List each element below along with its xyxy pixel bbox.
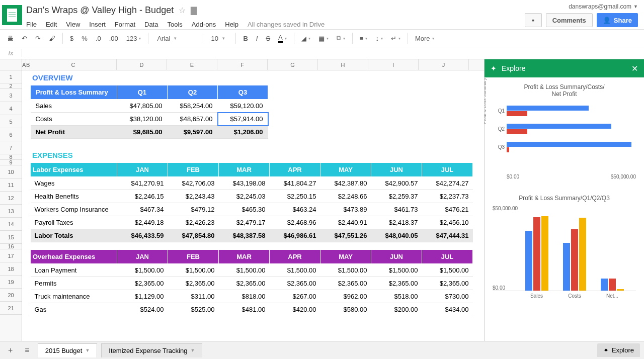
cell[interactable]: $463.24 bbox=[270, 203, 320, 216]
cell[interactable]: $2,245.03 bbox=[219, 190, 270, 203]
row-header[interactable]: 13 bbox=[0, 205, 22, 218]
cell[interactable]: $311.00 bbox=[168, 290, 219, 303]
menu-file[interactable]: File bbox=[26, 21, 37, 28]
row-header[interactable]: 6 bbox=[0, 128, 22, 141]
redo-icon[interactable]: ↷ bbox=[32, 33, 44, 44]
cell[interactable]: $2,259.37 bbox=[371, 190, 422, 203]
cell[interactable]: $200.00 bbox=[371, 303, 422, 316]
cell[interactable]: $2,426.23 bbox=[168, 216, 219, 229]
cell[interactable]: APR bbox=[270, 250, 320, 264]
sheets-logo[interactable] bbox=[2, 5, 22, 25]
cell[interactable]: $2,248.66 bbox=[320, 190, 371, 203]
cell[interactable]: $518.00 bbox=[371, 290, 422, 303]
star-icon[interactable]: ☆ bbox=[179, 6, 186, 15]
close-icon[interactable]: ✕ bbox=[631, 64, 638, 73]
cell[interactable]: $48,040.05 bbox=[371, 229, 422, 242]
explore-chart-2[interactable]: Profit & Loss Summary/Q1/Q2/Q3 $50,000.0… bbox=[493, 195, 636, 299]
folder-icon[interactable]: ▇ bbox=[191, 6, 197, 15]
menu-edit[interactable]: Edit bbox=[46, 21, 57, 28]
cell[interactable]: $2,365.00 bbox=[320, 277, 371, 290]
font-size-select[interactable]: 10 bbox=[206, 32, 231, 45]
row-header[interactable]: 10 bbox=[0, 165, 22, 178]
col-header[interactable]: F bbox=[217, 59, 268, 70]
row-header[interactable]: 17 bbox=[0, 249, 22, 262]
cell[interactable]: $47,854.80 bbox=[168, 229, 219, 242]
cell[interactable]: $2,365.00 bbox=[270, 277, 320, 290]
cell[interactable]: Permits bbox=[31, 277, 117, 290]
cell[interactable]: Overhead Expenses bbox=[31, 250, 117, 264]
cell[interactable]: $1,500.00 bbox=[270, 264, 320, 277]
explore-chart-1[interactable]: Profit & Loss Summary/Costs/ Net Profit … bbox=[493, 83, 636, 179]
wrap-icon[interactable]: ↵▾ bbox=[388, 33, 404, 44]
row-header[interactable]: 2 bbox=[0, 83, 22, 89]
more-toolbar[interactable]: More ▾ bbox=[412, 33, 437, 44]
cell[interactable]: $59,120.00 bbox=[218, 100, 268, 113]
strike-icon[interactable]: S bbox=[263, 33, 273, 44]
cell[interactable]: $2,365.00 bbox=[219, 277, 270, 290]
cell[interactable]: $465.30 bbox=[219, 203, 270, 216]
cell[interactable]: $476.21 bbox=[422, 203, 473, 216]
cell[interactable]: Q3 bbox=[218, 85, 268, 100]
cell[interactable]: Profit & Loss Summary bbox=[31, 85, 117, 100]
cell[interactable]: $2,479.17 bbox=[219, 216, 270, 229]
decrease-decimal-icon[interactable]: .0 bbox=[93, 33, 104, 44]
cell[interactable]: $41,804.27 bbox=[270, 177, 320, 190]
halign-icon[interactable]: ≡▾ bbox=[357, 33, 371, 44]
cell[interactable]: $2,468.96 bbox=[270, 216, 320, 229]
number-format-icon[interactable]: 123▾ bbox=[123, 33, 144, 44]
cell[interactable]: $420.00 bbox=[270, 303, 320, 316]
cell[interactable]: $479.12 bbox=[168, 203, 219, 216]
italic-icon[interactable]: I bbox=[253, 33, 261, 44]
cell[interactable]: Q1 bbox=[117, 85, 168, 100]
cell[interactable]: $962.00 bbox=[320, 290, 371, 303]
cell[interactable]: $1,206.00 bbox=[218, 126, 268, 139]
cell[interactable]: $47,444.31 bbox=[422, 229, 473, 242]
cell[interactable]: Labor Expenses bbox=[31, 163, 117, 177]
bold-icon[interactable]: B bbox=[240, 33, 251, 44]
print-icon[interactable]: 🖶 bbox=[4, 33, 17, 44]
sheet-tab-active[interactable]: 2015 Budget▼ bbox=[38, 343, 98, 357]
cell[interactable]: $38,120.00 bbox=[117, 113, 168, 126]
cell[interactable]: $1,500.00 bbox=[371, 264, 422, 277]
paint-format-icon[interactable]: 🖌 bbox=[46, 33, 58, 44]
col-header[interactable]: D bbox=[117, 59, 167, 70]
cell[interactable]: MAR bbox=[219, 163, 270, 177]
cell[interactable]: $43,198.08 bbox=[219, 177, 270, 190]
menu-insert[interactable]: Insert bbox=[89, 21, 106, 28]
cell[interactable]: $818.00 bbox=[219, 290, 270, 303]
cell[interactable]: Sales bbox=[31, 100, 117, 113]
share-button[interactable]: 👤 Share bbox=[597, 13, 638, 27]
cell[interactable]: APR bbox=[270, 163, 320, 177]
row-header[interactable]: 16 bbox=[0, 244, 22, 249]
row-header[interactable]: 3 bbox=[0, 89, 22, 102]
cell[interactable]: JUL bbox=[422, 163, 473, 177]
row-header[interactable]: 20 bbox=[0, 289, 22, 302]
cell[interactable]: $48,657.00 bbox=[168, 113, 218, 126]
row-header[interactable]: 7 bbox=[0, 141, 22, 154]
merge-icon[interactable]: ⧉▾ bbox=[334, 32, 348, 44]
comments-button[interactable]: Comments bbox=[546, 13, 593, 27]
all-sheets-button[interactable]: ≡ bbox=[21, 344, 33, 357]
cell[interactable]: Q2 bbox=[168, 85, 218, 100]
cell[interactable]: $57,914.00 bbox=[218, 113, 268, 126]
row-header[interactable]: 1 bbox=[0, 70, 22, 83]
cell[interactable]: $42,274.27 bbox=[422, 177, 473, 190]
cell[interactable]: $1,129.00 bbox=[117, 290, 168, 303]
explore-footer-button[interactable]: ✦ Explore bbox=[597, 343, 640, 357]
cell[interactable]: $41,270.91 bbox=[117, 177, 168, 190]
col-header[interactable]: B bbox=[26, 59, 30, 70]
account-menu[interactable]: danswraps@gmail.com▼ bbox=[569, 3, 638, 10]
cell[interactable]: $461.73 bbox=[371, 203, 422, 216]
cell[interactable]: $524.00 bbox=[117, 303, 168, 316]
row-header[interactable]: 5 bbox=[0, 115, 22, 128]
cell[interactable]: $9,685.00 bbox=[117, 126, 168, 139]
cell[interactable]: $1,500.00 bbox=[320, 264, 371, 277]
cell[interactable]: $46,986.61 bbox=[270, 229, 320, 242]
row-header[interactable]: 9 bbox=[0, 160, 22, 165]
cell[interactable]: $2,250.15 bbox=[270, 190, 320, 203]
cell[interactable]: $2,365.00 bbox=[422, 277, 473, 290]
cell[interactable]: JUN bbox=[371, 250, 422, 264]
cell[interactable]: $467.34 bbox=[117, 203, 168, 216]
percent-icon[interactable]: % bbox=[78, 33, 91, 44]
cell[interactable]: $481.00 bbox=[219, 303, 270, 316]
